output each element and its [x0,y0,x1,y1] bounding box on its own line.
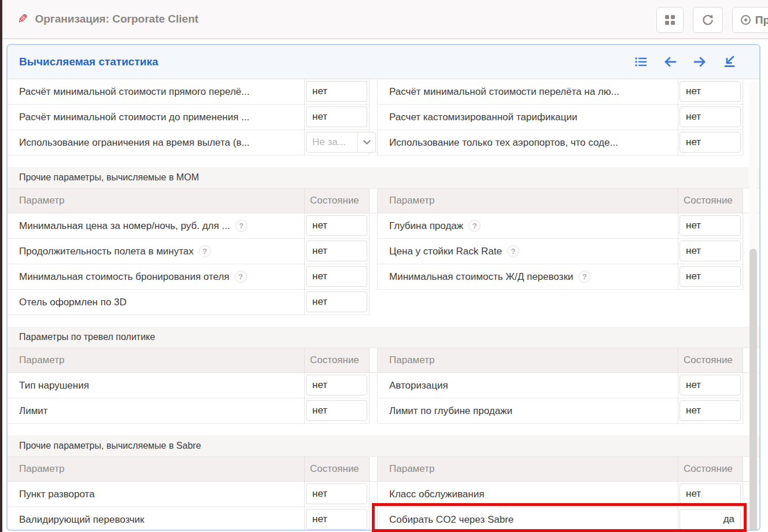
help-icon[interactable]: ? [468,220,481,232]
state-value-text: нет [312,296,327,308]
arrow-right-icon[interactable] [693,55,707,69]
state-value[interactable]: нет [306,509,367,530]
column-header-col_param: Параметр [378,457,678,482]
state-value-text: да [723,513,734,525]
state-value[interactable]: да [680,509,741,530]
state-value[interactable]: нет [680,266,741,287]
parameter-label: Расчёт минимальной стоимости до применен… [19,112,249,123]
section-title: Прочие параметры, вычисляемые в Sabre [8,435,759,457]
state-cell: нет [678,482,743,507]
state-value-text: нет [312,405,327,416]
state-cell: нет [678,398,743,424]
table-row: Минимальная стоимость бронирования отеля… [8,264,759,290]
state-value[interactable]: нет [680,375,741,396]
state-value[interactable]: нет [306,483,367,504]
state-value[interactable]: нет [306,375,367,396]
state-cell: нет [305,264,370,290]
state-value[interactable]: нет [680,106,741,127]
vertical-scrollbar-track[interactable] [749,81,758,528]
parameter-label: Тип нарушения [19,380,89,391]
state-value[interactable]: нет [680,400,741,421]
panel-header-icons [634,45,736,79]
table-row: Тип нарушениянетАвторизациянет [8,373,759,398]
state-value-text: нет [312,488,327,500]
state-value[interactable]: нет [680,81,741,102]
state-cell: нет [305,290,370,315]
parameter-label: Цена у стойки Rack Rate [389,246,502,257]
parameter-cell: Продолжительность полета в минутах? [8,239,305,264]
column-header-col_param: Параметр [378,189,678,213]
parameter-label: Собирать CO2 через Sabre [389,514,514,526]
parameter-label: Глубина продаж [389,220,463,232]
column-header-col_state: Состояние [305,457,370,482]
state-dropdown[interactable]: Не за... [306,132,376,153]
view-button[interactable]: Прос [732,7,768,33]
column-gutter [370,482,378,507]
help-icon[interactable]: ? [507,245,519,257]
column-header-col_param: Параметр [8,348,305,373]
parameter-cell: Глубина продаж? [378,213,678,239]
section-title-text: Параметры по тревел политике [19,332,155,342]
column-header-row: ПараметрСостояниеПараметрСостояние [8,348,759,373]
state-value[interactable]: нет [306,291,367,312]
state-cell: нет [305,507,370,531]
state-value-text: нет [312,245,327,257]
collapse-icon[interactable] [722,55,736,69]
parameter-cell: Расчёт минимальной стоимости до применен… [8,105,305,130]
column-gutter [370,264,378,290]
help-icon[interactable]: ? [235,271,247,283]
topbar-title-wrap: ✎ Организация: Corporate Client [17,12,198,27]
state-value-text: нет [686,220,701,231]
parameter-cell: Класс обслуживания [378,482,678,507]
state-value-text: нет [312,220,327,231]
state-value[interactable]: нет [680,483,741,504]
column-header-col_state: Состояние [678,348,743,373]
pencil-icon: ✎ [17,12,28,27]
state-value-text: нет [686,86,701,97]
help-icon[interactable]: ? [235,220,248,232]
section-gap [8,424,759,435]
parameter-label: Расчёт минимальной стоимости прямого пер… [19,86,249,98]
table-row: Отель оформлен по 3Dнет [8,290,759,315]
state-cell: нет [305,213,370,239]
section-gap [8,156,759,167]
state-value[interactable]: нет [680,132,741,153]
column-header-col_state: Состояние [678,189,743,213]
state-cell [678,290,743,315]
arrow-left-icon[interactable] [663,55,677,69]
column-gutter [370,105,378,130]
state-value-text: нет [312,379,327,391]
state-value[interactable]: нет [306,215,367,236]
state-value-text: Не за... [312,136,346,148]
state-value[interactable]: нет [680,241,741,261]
column-gutter [370,373,378,398]
state-value-text: нет [686,245,701,257]
state-value[interactable]: нет [306,106,367,127]
state-value[interactable]: нет [306,81,367,102]
state-value[interactable]: нет [680,215,741,236]
column-gutter [370,239,378,264]
state-value-text: нет [686,136,701,148]
parameter-label: Расчёт минимальной стоимости перелёта на… [389,86,619,98]
state-value[interactable]: нет [306,241,367,261]
view-button-label: Прос [755,14,768,27]
state-cell: нет [305,79,370,105]
table-row: Пункт разворотанетКласс обслуживаниянет [8,482,759,507]
list-icon[interactable] [634,55,648,69]
state-value[interactable]: нет [306,400,367,421]
help-icon[interactable]: ? [199,245,211,257]
state-cell: нет [305,239,370,264]
table-row: Минимальная цена за номер/ночь, руб. для… [8,213,759,239]
parameter-label: Минимальная цена за номер/ночь, руб. для… [19,220,230,232]
refresh-button[interactable] [693,7,723,33]
grid-view-button[interactable] [656,7,684,33]
parameter-cell: Минимальная цена за номер/ночь, руб. для… [8,213,305,239]
column-header-col_param: Параметр [8,457,305,482]
parameter-label: Лимит [19,405,48,417]
column-header-row: ПараметрСостояниеПараметрСостояние [8,457,759,482]
vertical-scrollbar-thumb[interactable] [749,249,757,531]
state-cell: нет [305,105,370,130]
parameter-cell: Минимальная стоимость бронирования отеля… [8,264,305,290]
help-icon[interactable]: ? [578,271,590,283]
state-value[interactable]: нет [306,266,367,287]
